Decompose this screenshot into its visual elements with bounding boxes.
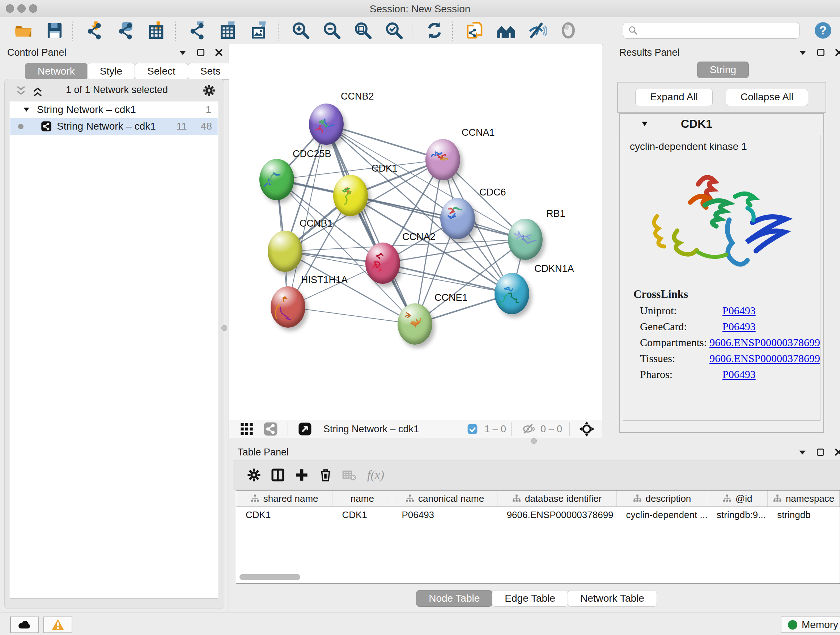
crosslink-value-link[interactable]: P06493 [722,368,756,380]
zoom-selected-button[interactable] [383,19,405,42]
network-row[interactable]: String Network – cdk1 11 48 [10,118,218,135]
network-badge-icon[interactable] [259,417,283,441]
node-CDKN1A[interactable] [494,273,529,314]
cell-database-identifier[interactable]: 9606.ENSP00000378699 [497,507,617,523]
maximize-panel-icon[interactable] [816,448,825,457]
collapse-all-button[interactable]: Collapse All [726,89,808,106]
horizontal-scrollbar[interactable] [240,574,300,580]
node-CCNB1[interactable] [268,231,302,272]
tab-style[interactable]: Style [87,63,135,80]
node-CCNA2[interactable] [365,242,400,284]
edge-CCNB2-CCNE1[interactable] [326,124,415,324]
show-hide-graphics-button[interactable] [526,19,548,42]
column-header-namespace[interactable]: namespace [767,491,840,507]
close-panel-icon[interactable] [834,48,840,57]
table-options-gear-icon[interactable] [242,463,266,487]
network-selection-status: 1 of 1 Network selected [52,84,182,96]
fit-content-crosshair-icon[interactable] [575,417,599,441]
node-HIST1H1A[interactable] [271,287,305,328]
column-header-database-identifier[interactable]: database identifier [497,491,617,507]
cell-description[interactable]: cyclin-dependent ... [617,507,707,523]
selected-checkbox-icon[interactable] [461,417,485,441]
cell-name[interactable]: CDK1 [332,507,392,523]
save-session-button[interactable] [43,19,66,42]
tab-string[interactable]: String [697,62,749,78]
grid-view-icon[interactable] [235,417,259,441]
gene-description: cyclin-dependent kinase 1 [630,141,820,152]
expand-all-button[interactable]: Expand All [635,89,713,106]
memory-button[interactable]: Memory [781,616,840,633]
horizontal-splitter-handle[interactable] [531,438,537,444]
expand-all-networks-icon[interactable] [32,85,44,97]
column-header--id[interactable]: @id [707,491,767,507]
zoom-fit-button[interactable] [352,19,374,42]
level-of-detail-button[interactable] [557,19,579,42]
crosslink-value-link[interactable]: P06493 [722,320,756,333]
warning-status-button[interactable] [43,616,73,633]
collapse-all-networks-icon[interactable] [15,85,27,97]
node-CCNA1[interactable] [425,139,460,180]
tab-network-table[interactable]: Network Table [568,590,657,607]
import-network-file-button[interactable] [84,19,106,42]
cell-namespace[interactable]: stringdb [767,507,840,523]
column-header-description[interactable]: description [617,491,707,507]
zoom-in-button[interactable] [289,19,312,42]
vertical-splitter-handle-left[interactable] [221,325,227,331]
search-input[interactable] [638,25,792,36]
tab-sets[interactable]: Sets [188,63,233,80]
table-row[interactable]: CDK1CDK1P064939606.ENSP00000378699cyclin… [236,507,840,523]
open-session-button[interactable] [12,19,35,42]
network-collection-row[interactable]: String Network – cdk1 1 [10,101,218,118]
node-table[interactable]: shared namenamecanonical namedatabase id… [236,490,840,584]
search-box[interactable] [623,22,799,39]
column-header-canonical-name[interactable]: canonical name [392,491,497,507]
zoom-out-button[interactable] [321,19,343,42]
refresh-view-button[interactable] [423,19,446,42]
crosslink-value-link[interactable]: 9606.ENSP00000378699 [709,352,820,364]
export-image-button[interactable] [249,19,271,42]
collapse-section-icon[interactable] [640,119,649,128]
show-columns-icon[interactable] [266,463,290,487]
tab-edge-table[interactable]: Edge Table [492,590,568,607]
maximize-panel-icon[interactable] [816,48,826,57]
first-neighbors-button[interactable] [495,19,517,42]
close-panel-icon[interactable] [214,48,224,57]
cell-canonical-name[interactable]: P06493 [392,507,497,523]
cloud-status-button[interactable] [10,616,39,633]
crosslink-value-link[interactable]: 9606.ENSP00000378699 [709,336,820,348]
export-network-button[interactable] [187,19,209,42]
tab-node-table[interactable]: Node Table [416,590,493,607]
network-canvas[interactable]: CCNB2CCNA1CDC25BCDK1CDC6RB1CCNB1CCNA2CDK… [229,44,602,420]
cell-shared-name[interactable]: CDK1 [236,507,332,523]
node-CDC25B[interactable] [259,159,294,200]
detach-view-icon[interactable] [293,417,317,441]
tab-select[interactable]: Select [134,63,188,80]
node-CDC6[interactable] [440,198,475,239]
edge-CCNB2-CCNA1[interactable] [326,124,443,160]
cell--id[interactable]: stringdb:9... [707,507,767,523]
crosslink-value-link[interactable]: P06493 [722,304,756,317]
network-options-gear-icon[interactable] [202,84,216,97]
close-panel-icon[interactable] [834,448,840,457]
delete-column-icon[interactable] [314,463,338,487]
column-header-shared-name[interactable]: shared name [236,491,332,507]
duplicate-network-button[interactable] [464,19,486,42]
edge-HIST1H1A-CCNE1[interactable] [288,307,415,324]
collection-expander-icon[interactable] [22,106,30,114]
import-network-database-button[interactable] [115,19,137,42]
float-panel-icon[interactable] [798,48,807,57]
tab-network[interactable]: Network [25,63,88,80]
node-CCNE1[interactable] [398,303,432,345]
import-table-file-button[interactable] [146,19,169,42]
node-CCNB2[interactable] [309,103,344,145]
add-column-icon[interactable] [290,463,314,487]
float-panel-icon[interactable] [178,48,187,57]
maximize-panel-icon[interactable] [196,48,205,57]
export-table-button[interactable] [218,19,240,42]
node-RB1[interactable] [508,219,543,260]
help-button[interactable]: ? [812,19,834,42]
node-CDK1[interactable] [333,175,368,216]
float-panel-icon[interactable] [798,448,807,457]
edge-CDK1-RB1[interactable] [351,195,525,239]
column-header-name[interactable]: name [332,491,392,507]
